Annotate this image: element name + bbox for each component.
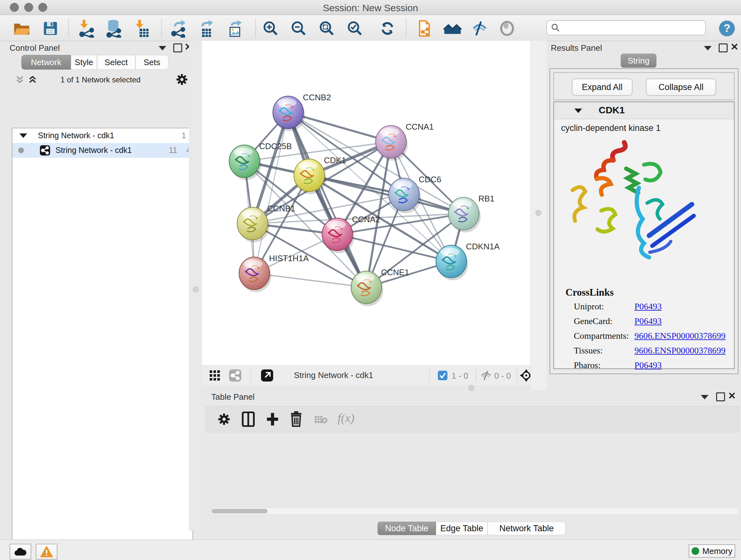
cloud-icon <box>14 547 27 556</box>
network-node[interactable]: CDK1 <box>294 155 346 194</box>
left-splitter-handle[interactable] <box>193 287 199 293</box>
gene-card-header[interactable]: CDK1 <box>554 102 734 119</box>
collapse-all-networks-icon[interactable] <box>27 74 38 86</box>
expand-all-button[interactable]: Expand All <box>572 78 632 96</box>
zoom-in-button[interactable] <box>259 19 282 37</box>
tab-network[interactable]: Network <box>21 55 71 70</box>
table-settings-gear-icon[interactable] <box>217 412 231 428</box>
tab-network-table[interactable]: Network Table <box>488 522 565 535</box>
export-image-button[interactable] <box>223 19 246 37</box>
import-table-file-button[interactable] <box>131 19 154 37</box>
control-panel-maximize-icon[interactable] <box>173 44 182 52</box>
control-panel-float-icon[interactable] <box>158 46 166 51</box>
tab-sets[interactable]: Sets <box>135 55 169 70</box>
zoom-selected-button[interactable] <box>343 19 366 37</box>
crosslink-compartments-link[interactable]: 9606.ENSP00000378699 <box>634 331 725 341</box>
node-label: CDK1 <box>324 155 346 165</box>
network-options-gear-icon[interactable] <box>175 73 189 87</box>
refresh-view-button[interactable] <box>376 19 399 37</box>
results-panel-float-icon[interactable] <box>704 46 712 51</box>
export-table-button[interactable] <box>195 19 218 37</box>
help-button[interactable]: ? <box>716 19 738 37</box>
add-column-plus-icon[interactable] <box>266 412 280 428</box>
table-panel-close-icon[interactable]: ✕ <box>728 392 736 399</box>
network-edge[interactable] <box>337 234 451 261</box>
network-node[interactable]: HIST1H1A <box>239 253 309 292</box>
node-label: CDC6 <box>419 175 441 184</box>
network-edge[interactable] <box>254 112 288 273</box>
show-columns-icon[interactable] <box>241 412 255 428</box>
scrollbar-thumb[interactable] <box>212 509 267 513</box>
crosslinks-heading: CrossLinks <box>565 287 614 298</box>
crosslink-genecard-link[interactable]: P06493 <box>634 316 662 326</box>
hide-graphics-details-icon[interactable] <box>468 19 491 37</box>
network-node[interactable]: CDKN1A <box>436 242 500 280</box>
current-network-name: String Network - cdk1 <box>294 370 374 380</box>
collapse-all-button[interactable]: Collapse All <box>646 78 716 96</box>
network-row-selected[interactable]: String Network - cdk1 11 48 <box>12 143 192 158</box>
network-node[interactable]: CCNE1 <box>351 267 409 306</box>
tab-select[interactable]: Select <box>97 55 135 70</box>
open-in-window-icon[interactable] <box>261 369 273 383</box>
network-canvas[interactable]: CCNB2CCNA1CDC25BCDK1CDC6RB1CCNB1CCNA2CDK… <box>202 41 530 366</box>
crosslink-label: Tissues: <box>574 346 603 356</box>
right-splitter[interactable] <box>530 41 547 390</box>
toolbar-divider <box>429 369 429 382</box>
horizontal-splitter[interactable] <box>202 385 530 390</box>
memory-label: Memory <box>702 546 732 556</box>
gene-card-collapse-caret[interactable] <box>575 109 582 113</box>
tab-edge-table[interactable]: Edge Table <box>436 522 488 535</box>
function-builder-icon-disabled[interactable]: f(x) <box>338 411 354 425</box>
selected-checkbox-icon[interactable] <box>437 370 448 382</box>
zoom-out-button[interactable] <box>287 19 310 37</box>
expand-all-networks-icon[interactable] <box>14 74 25 86</box>
fit-content-button[interactable] <box>315 19 338 37</box>
share-document-button[interactable] <box>414 19 436 37</box>
import-network-database-button[interactable] <box>102 19 125 37</box>
results-panel-maximize-icon[interactable] <box>719 44 728 52</box>
right-splitter-handle[interactable] <box>536 210 541 216</box>
network-node[interactable]: RB1 <box>448 194 495 233</box>
tab-string[interactable]: String <box>621 54 657 68</box>
cloud-button[interactable] <box>10 544 31 560</box>
crosslink-tissues-link[interactable]: 9606.ENSP00000378699 <box>634 346 725 356</box>
memory-button[interactable]: Memory <box>689 544 735 558</box>
delete-column-trash-icon[interactable] <box>289 411 303 428</box>
hidden-eye-slash-icon[interactable] <box>480 370 492 382</box>
toolbar-search[interactable] <box>546 20 706 36</box>
results-panel-title: Results Panel <box>551 43 602 53</box>
node-label: CCNB1 <box>267 204 295 213</box>
network-collection-row[interactable]: String Network - cdk1 1 <box>12 128 192 143</box>
crosslink-label: GeneCard: <box>574 316 612 326</box>
left-splitter[interactable] <box>189 41 202 531</box>
network-node[interactable]: CCNB1 <box>237 204 295 242</box>
network-graph[interactable]: CCNB2CCNA1CDC25BCDK1CDC6RB1CCNB1CCNA2CDK… <box>202 41 530 366</box>
crosslink-uniprot-link[interactable]: P06493 <box>634 301 662 312</box>
results-panel-close-icon[interactable]: ✕ <box>731 44 738 51</box>
results-buttons-box: Expand All Collapse All <box>553 72 735 100</box>
home-button[interactable] <box>441 19 464 37</box>
node-label: CCNE1 <box>381 267 409 277</box>
protein-structure-image <box>563 137 701 280</box>
share-network-icon[interactable] <box>229 369 242 383</box>
show-graphics-details-icon[interactable] <box>495 19 519 37</box>
import-network-file-button[interactable] <box>75 19 98 37</box>
crosslink-pharos-link[interactable]: P06493 <box>634 360 662 370</box>
grid-view-icon[interactable] <box>209 370 220 382</box>
table-panel-maximize-icon[interactable] <box>716 392 725 401</box>
network-node[interactable]: CDC6 <box>389 175 441 213</box>
search-input[interactable] <box>560 23 696 33</box>
save-session-button[interactable] <box>39 19 62 37</box>
warnings-button[interactable] <box>36 544 57 560</box>
export-network-button[interactable] <box>167 19 190 37</box>
tab-style[interactable]: Style <box>71 55 97 70</box>
clear-table-icon-disabled[interactable] <box>314 415 328 426</box>
table-panel-float-icon[interactable] <box>701 395 709 399</box>
collection-expand-caret[interactable] <box>19 133 27 138</box>
network-node[interactable]: CCNA2 <box>322 214 380 253</box>
open-session-button[interactable] <box>10 19 33 37</box>
tab-node-table[interactable]: Node Table <box>378 522 436 535</box>
network-current-dot <box>18 147 24 153</box>
table-toolbar: f(x) <box>206 406 739 432</box>
table-horizontal-scrollbar[interactable] <box>211 508 738 514</box>
